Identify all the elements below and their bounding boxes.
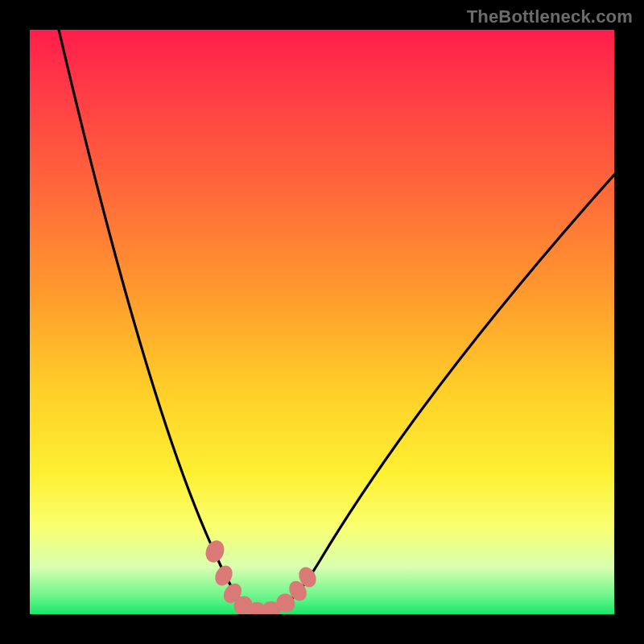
plot-area: [30, 30, 614, 614]
bottleneck-curve-path: [59, 30, 614, 612]
chart-frame: TheBottleneck.com: [0, 0, 644, 644]
curve-marker-group: [203, 538, 320, 614]
watermark-text: TheBottleneck.com: [467, 6, 633, 27]
bottleneck-curve-svg: [30, 30, 614, 614]
curve-marker: [203, 538, 228, 565]
